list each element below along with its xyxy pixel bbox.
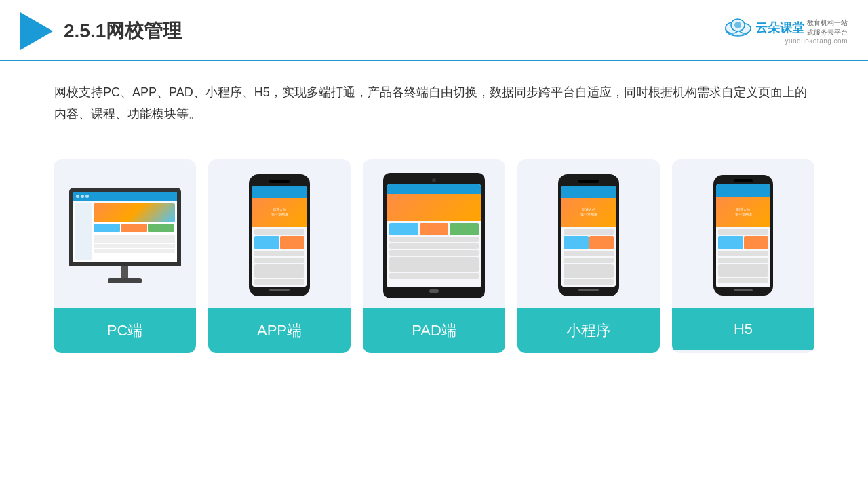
tablet-home-button [429,289,439,293]
brand-taglines: 教育机构一站 式服务云平台 [807,18,848,37]
brand-name: 云朵课堂 [755,20,804,36]
header-brand: 云朵课堂 教育机构一站 式服务云平台 yunduoketang.com [723,18,848,45]
description-text: 网校支持PC、APP、PAD、小程序、H5，实现多端打通，产品各终端自由切换，数… [0,61,868,132]
tablet-mockup [383,173,485,298]
card-app-image: 职通人的第一堂网课 [208,159,351,308]
monitor-mockup [67,188,182,283]
card-app: 职通人的第一堂网课 AP [208,159,351,353]
h5-phone-home-bar [734,289,753,291]
svg-point-4 [734,22,741,28]
h5-phone-screen: 职通人的第一堂网课 [716,184,770,287]
monitor-screen [69,188,181,266]
phone-mockup-h5: 职通人的第一堂网课 [713,175,773,296]
logo-triangle-icon [20,12,53,50]
cards-section: PC端 职通人的第一堂网课 [0,139,868,373]
header: 2.5.1网校管理 云朵课堂 教育机构一站 式服务云平台 yunduoketan… [0,0,868,61]
card-miniprogram-label: 小程序 [517,308,660,353]
card-pad-label: PAD端 [363,308,505,353]
card-pc-label: PC端 [54,308,196,353]
card-miniprogram-image: 职通人的第一堂网课 [517,159,660,308]
mini-phone-notch [578,180,599,183]
card-h5-image: 职通人的第一堂网课 [672,159,814,308]
card-pc: PC端 [54,159,196,353]
mini-phone-home-bar [578,289,599,291]
description-content: 网校支持PC、APP、PAD、小程序、H5，实现多端打通，产品各终端自由切换，数… [54,85,807,121]
header-left: 2.5.1网校管理 [20,12,182,50]
card-app-label: APP端 [208,308,351,353]
brand-url: yunduoketang.com [785,37,848,45]
brand-tagline1: 教育机构一站 [807,18,848,28]
phone-notch [269,180,290,183]
page-title: 2.5.1网校管理 [64,18,182,44]
card-pad: PAD端 [363,159,505,353]
cloud-logo-icon [723,18,753,37]
card-h5-label: H5 [672,308,814,350]
card-h5: 职通人的第一堂网课 H5 [672,159,814,353]
h5-phone-notch [734,179,753,182]
brand-row: 云朵课堂 教育机构一站 式服务云平台 [723,18,848,37]
mini-phone-screen: 职通人的第一堂网课 [561,186,616,287]
tablet-camera [432,178,436,182]
card-miniprogram: 职通人的第一堂网课 小程 [517,159,660,353]
tablet-screen [387,184,481,287]
phone-mockup-app: 职通人的第一堂网课 [249,174,310,296]
phone-home-bar [269,289,290,291]
brand-tagline2: 式服务云平台 [807,28,848,37]
phone-screen: 职通人的第一堂网课 [252,186,307,287]
card-pad-image [363,159,505,308]
card-pc-image [54,159,196,308]
phone-mockup-mini: 职通人的第一堂网课 [558,174,619,296]
